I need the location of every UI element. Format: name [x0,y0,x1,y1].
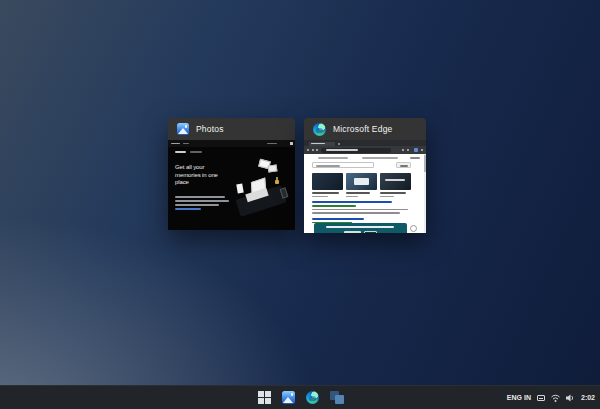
video-meta-placeholder [312,196,328,197]
feedback-button [410,225,417,232]
page-scrollbar [424,154,427,233]
edge-address-bar [304,146,426,154]
task-switcher-card-edge[interactable]: Microsoft Edge [304,118,426,233]
task-view-front-square [335,395,344,404]
edge-promo-banner [314,223,407,233]
photos-window-thumbnail[interactable]: Get all your memories in one place [168,140,295,230]
taskbar-center-icons [258,386,344,409]
video-overlay-card [354,178,369,185]
search-query-placeholder [316,165,340,167]
titlebar-text-placeholder [183,143,189,145]
photos-paragraph-placeholder [175,196,225,198]
edge-card-header[interactable]: Microsoft Edge [304,118,426,140]
video-overlay-text [385,179,405,181]
video-result-thumbnail [380,173,411,190]
video-meta-placeholder [380,196,394,197]
photos-link-placeholder [175,208,201,210]
start-pane [258,391,264,397]
video-caption-placeholder [346,192,370,194]
banner-accept-button [344,231,361,233]
illustration-paper [236,184,243,194]
volume-icon[interactable] [566,394,575,402]
taskbar-photos-icon[interactable] [282,391,295,404]
photos-menu-tab-placeholder [175,151,186,153]
sign-in-link-placeholder [410,157,420,159]
menu-icon [421,149,423,151]
illustration-plant [275,180,279,184]
photos-illustration [229,158,291,224]
forward-icon [312,149,314,151]
task-view-icon[interactable] [330,391,344,404]
start-pane [265,391,271,397]
result-title-link [312,201,392,203]
photos-card-header[interactable]: Photos [168,118,295,140]
titlebar-text-placeholder [171,143,180,145]
titlebar-buttons-placeholder [267,143,277,145]
scrollbar-thumb [424,155,427,172]
desktop: Photos Get all your memories in one plac… [0,0,600,409]
page-header-links-placeholder [362,157,398,159]
taskbar-edge-icon[interactable] [306,391,319,404]
profile-avatar [414,148,418,152]
taskbar: ENG IN 2:02 [0,385,600,409]
task-switcher-card-photos[interactable]: Photos Get all your memories in one plac… [168,118,295,230]
new-tab-icon [338,143,340,145]
favorites-icon [402,149,404,151]
result-url [312,205,356,207]
edge-app-icon [313,123,326,136]
photos-menu-tab-placeholder [190,151,202,153]
illustration-photo [268,164,278,172]
refresh-icon [316,149,318,151]
edge-card-title: Microsoft Edge [333,124,393,134]
result-title-link [312,218,364,220]
wifi-icon[interactable] [551,394,560,402]
video-result-thumbnail [346,173,377,190]
search-button-label-placeholder [400,165,408,167]
photos-titlebar [168,140,295,147]
banner-text-placeholder [326,226,394,228]
close-icon [290,142,294,146]
start-button-icon[interactable] [258,391,271,404]
photos-paragraph-placeholder [175,200,229,202]
clock[interactable]: 2:02 [581,394,595,401]
edge-page-content [304,154,426,233]
result-snippet-placeholder [312,212,400,214]
url-text-placeholder [326,149,358,151]
video-caption-placeholder [380,192,406,194]
collections-icon [407,149,409,151]
photos-app-icon [177,123,189,135]
start-pane [258,398,264,404]
page-header-links-placeholder [318,157,348,159]
language-indicator[interactable]: ENG IN [507,394,531,401]
system-tray: ENG IN 2:02 [507,386,595,409]
search-button [396,162,411,168]
photos-card-title: Photos [196,124,224,134]
result-snippet-placeholder [312,209,408,211]
edge-window-thumbnail[interactable] [304,140,426,233]
photos-hero-title: Get all your memories in one place [175,164,229,187]
video-meta-placeholder [346,196,358,197]
touch-keyboard-icon[interactable] [537,395,545,401]
photos-paragraph-placeholder [175,204,219,206]
start-pane [265,398,271,404]
video-caption-placeholder [312,192,339,194]
edge-url-field [321,148,391,153]
search-input [312,162,374,168]
video-result-thumbnail [312,173,343,190]
banner-dismiss-button [364,231,377,233]
back-icon [307,149,309,151]
